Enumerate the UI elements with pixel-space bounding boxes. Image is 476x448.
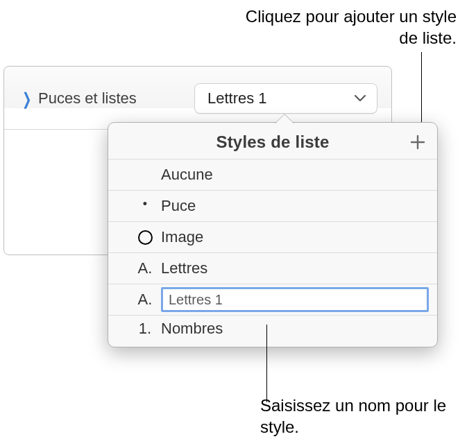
bullet-icon: • — [133, 197, 157, 212]
list-style-dropdown-value: Lettres 1 — [207, 89, 267, 107]
letter-marker-icon: A. — [133, 259, 157, 277]
letter-marker-icon: A. — [133, 291, 157, 309]
popover-title: Styles de liste — [216, 132, 329, 152]
image-bullet-icon — [138, 230, 153, 245]
list-item-label: Lettres — [161, 259, 207, 277]
list-item-label: Aucune — [161, 166, 213, 184]
list-style-name-input[interactable] — [161, 287, 429, 312]
disclosure-chevron-icon[interactable]: ❯ — [22, 89, 31, 109]
list-item[interactable]: A. Lettres — [108, 253, 437, 284]
list-item-editing: A. — [108, 284, 437, 316]
annotation-enter-name: Saisissez un nom pour le style. — [260, 395, 454, 438]
number-marker-icon: 1. — [133, 320, 157, 338]
list-styles-list: Aucune • Puce Image A. Lettres A. 1. Nom… — [108, 159, 437, 347]
callout-line — [266, 325, 267, 402]
add-list-style-button[interactable] — [408, 132, 427, 152]
annotation-add-style: Cliquez pour ajouter un style de liste. — [235, 6, 457, 49]
list-item-label: Puce — [161, 197, 196, 215]
list-item-label: Nombres — [161, 320, 223, 338]
list-item[interactable]: • Puce — [108, 191, 437, 222]
list-styles-popover: Styles de liste Aucune • Puce Image A. L… — [108, 122, 438, 347]
bullets-lists-label: Puces et listes — [38, 89, 194, 107]
list-item[interactable]: Aucune — [108, 160, 437, 191]
chevron-down-icon — [355, 95, 366, 102]
popover-header: Styles de liste — [108, 123, 437, 159]
list-item[interactable]: Image — [108, 222, 437, 253]
list-item-label: Image — [161, 228, 203, 246]
list-item[interactable]: 1. Nombres — [108, 316, 437, 347]
list-style-dropdown[interactable]: Lettres 1 — [194, 83, 377, 114]
plus-icon — [410, 135, 425, 150]
